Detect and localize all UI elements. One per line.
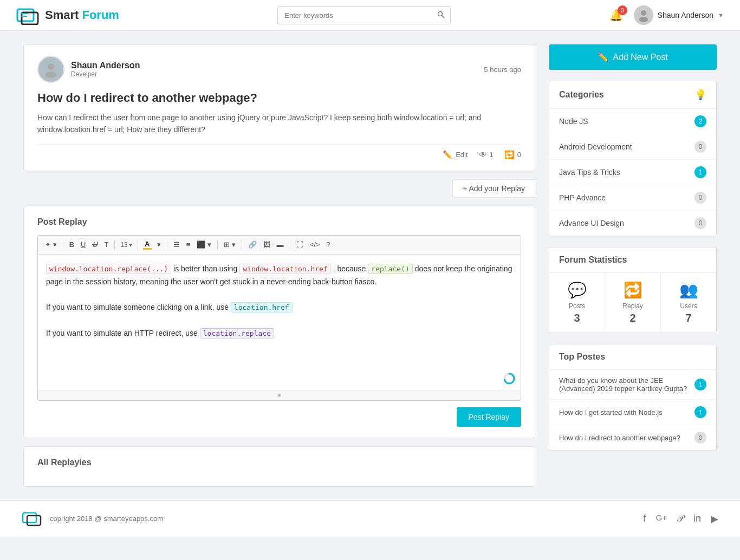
toolbar-link-btn[interactable]: 🔗 — [245, 239, 259, 250]
svg-line-5 — [442, 15, 445, 18]
toolbar-image-btn[interactable]: 🖼 — [261, 239, 273, 250]
toolbar-underline-btn[interactable]: U̶ — [89, 239, 100, 250]
forum-stats-body: 💬 Posts 3 🔁 Replay 2 👥 Users 7 — [549, 273, 716, 333]
toolbar-color-dropdown-btn[interactable]: ▾ — [154, 239, 164, 250]
toolbar-table-btn[interactable]: ⊞ ▾ — [221, 239, 238, 250]
pinterest-icon[interactable]: 𝒫 — [677, 513, 684, 525]
author-avatar — [37, 56, 64, 83]
editor-resize-handle[interactable]: ≡ — [38, 390, 521, 400]
svg-point-7 — [639, 17, 648, 22]
code-replace-fn: replace() — [368, 264, 412, 274]
footer: copright 2018 @ smarteyeapps.com f G+ 𝒫 … — [0, 500, 740, 537]
add-replay-button[interactable]: + Add your Replay — [452, 179, 535, 198]
logo-text: Smart Forum — [45, 8, 119, 22]
top-post-item[interactable]: What do you know about the JEE (Advanced… — [549, 370, 716, 400]
toolbar-sep-5 — [217, 240, 218, 250]
post-time: 5 hours ago — [484, 66, 521, 74]
top-post-item[interactable]: How do I redirect to another webpage? 0 — [549, 425, 716, 450]
category-name: Android Development — [559, 142, 632, 151]
stat-label: Users — [680, 302, 697, 310]
category-item[interactable]: Advance UI Design 0 — [549, 211, 716, 236]
googleplus-icon[interactable]: G+ — [656, 513, 667, 525]
toolbar-source-btn[interactable]: </> — [307, 239, 323, 250]
search-icon — [437, 11, 445, 18]
categories-card: Categories 💡 Node JS 2 Android Developme… — [549, 81, 717, 236]
stat-value: 2 — [629, 312, 635, 324]
post-author: Shaun Anderson Develper — [37, 56, 140, 83]
svg-rect-1 — [22, 12, 38, 24]
toolbar-fontsize-btn[interactable]: 13 ▾ — [118, 239, 134, 250]
svg-rect-0 — [17, 9, 34, 21]
toolbar-unordered-list-btn[interactable]: ☰ — [171, 239, 183, 250]
avatar — [634, 5, 653, 25]
user-info[interactable]: Shaun Anderson ▼ — [634, 5, 724, 25]
top-post-item[interactable]: How do I get started with Node.js 1 — [549, 400, 716, 425]
category-item[interactable]: PHP Advance 0 — [549, 185, 716, 211]
svg-point-9 — [46, 71, 56, 78]
toolbar-bold-btn[interactable]: B — [67, 239, 77, 250]
footer-copyright: copright 2018 @ smarteyeapps.com — [50, 515, 163, 523]
notification-bell[interactable]: 🔔 0 — [609, 9, 623, 22]
editor-paragraph-3: If you want to simulate an HTTP redirect… — [46, 327, 512, 340]
search-button[interactable] — [432, 7, 450, 24]
toolbar-sep-1 — [63, 240, 63, 250]
category-item[interactable]: Java Tips & Tricks 1 — [549, 160, 716, 185]
post-card: Shaun Anderson Develper 5 hours ago How … — [23, 44, 535, 171]
toolbar-group-fontsize: 13 ▾ — [118, 239, 134, 250]
top-post-title: What do you know about the JEE (Advanced… — [559, 376, 694, 393]
toolbar-sep-6 — [242, 240, 242, 250]
add-new-post-button[interactable]: ✏️ Add New Post — [549, 44, 717, 70]
editor-progress-indicator — [503, 373, 515, 385]
post-title: How do I redirect to another webpage? — [37, 91, 521, 105]
toolbar-align-btn[interactable]: ⬛ ▾ — [194, 239, 214, 250]
toolbar-color-btn[interactable]: A — [141, 239, 153, 251]
stat-label: Replay — [622, 302, 642, 310]
toolbar-group-format: B U U̶ T — [67, 239, 112, 250]
color-letter: A — [145, 240, 150, 248]
editor-toolbar: ✦ ▾ B U U̶ T 13 ▾ — [38, 236, 521, 255]
footer-socials: f G+ 𝒫 in ▶ — [644, 513, 718, 525]
toolbar-ordered-list-btn[interactable]: ≡ — [184, 239, 193, 250]
search-input[interactable] — [278, 8, 432, 23]
shares-count: 0 — [517, 151, 521, 159]
post-replay-title: Post Replay — [37, 217, 521, 227]
category-item[interactable]: Android Development 0 — [549, 134, 716, 160]
category-badge: 1 — [694, 166, 706, 178]
top-post-badge: 0 — [694, 432, 706, 444]
code-href: window.location.href — [239, 264, 331, 274]
notification-badge: 0 — [618, 5, 627, 15]
facebook-icon[interactable]: f — [644, 513, 646, 525]
resize-icon: ≡ — [277, 392, 281, 399]
category-badge: 0 — [694, 217, 706, 229]
logo-icon — [16, 6, 41, 25]
logo[interactable]: Smart Forum — [16, 6, 119, 25]
author-info: Shaun Anderson Develper — [71, 61, 140, 78]
top-postes-title: Top Postes — [559, 352, 605, 362]
stat-icon: 👥 — [679, 281, 698, 299]
author-avatar-icon — [42, 60, 61, 79]
toolbar-fullscreen-btn[interactable]: ⛶ — [294, 239, 306, 250]
toolbar-group-table: ⊞ ▾ — [221, 239, 238, 250]
toolbar-sep-7 — [290, 240, 290, 250]
linkedin-icon[interactable]: in — [693, 513, 701, 525]
editor-body[interactable]: window.location.replace(...) is better t… — [38, 255, 521, 390]
youtube-icon[interactable]: ▶ — [711, 513, 718, 525]
views-count: 1 — [490, 151, 494, 159]
stat-value: 7 — [685, 312, 691, 324]
svg-point-4 — [438, 11, 443, 16]
category-item[interactable]: Node JS 2 — [549, 109, 716, 134]
categories-title: Categories — [559, 90, 604, 100]
toolbar-strike-btn[interactable]: T — [101, 239, 111, 250]
forum-stats-card: Forum Statistics 💬 Posts 3 🔁 Replay 2 👥 … — [549, 247, 717, 333]
post-content: How can I redirect the user from one pag… — [37, 112, 521, 136]
toolbar-magic-btn[interactable]: ✦ ▾ — [42, 239, 60, 250]
post-replay-button[interactable]: Post Replay — [457, 407, 521, 427]
toolbar-media-btn[interactable]: ▬ — [274, 239, 287, 250]
main-container: Shaun Anderson Develper 5 hours ago How … — [12, 44, 728, 487]
toolbar-italic-btn[interactable]: U — [78, 239, 88, 250]
toolbar-help-btn[interactable]: ? — [323, 239, 333, 250]
footer-left: copright 2018 @ smarteyeapps.com — [22, 511, 163, 527]
toolbar-sep-3 — [138, 240, 138, 250]
edit-action[interactable]: ✏️ Edit — [443, 150, 468, 160]
category-name: Node JS — [559, 117, 588, 126]
